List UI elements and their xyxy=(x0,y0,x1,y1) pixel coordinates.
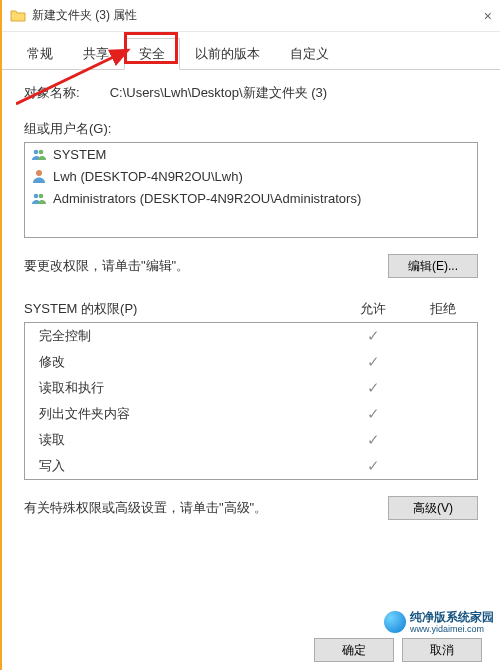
groups-listbox[interactable]: SYSTEMLwh (DESKTOP-4N9R2OU\Lwh)Administr… xyxy=(24,142,478,238)
permission-row: 读取和执行✓ xyxy=(25,375,477,401)
advanced-hint: 有关特殊权限或高级设置，请单击"高级"。 xyxy=(24,499,267,517)
svg-point-1 xyxy=(34,150,39,155)
object-label: 对象名称: xyxy=(24,84,80,102)
watermark-icon xyxy=(384,611,406,633)
tab-security[interactable]: 安全 xyxy=(124,38,180,70)
tab-previous[interactable]: 以前的版本 xyxy=(180,38,275,69)
folder-icon xyxy=(10,8,26,24)
permission-row: 列出文件夹内容✓ xyxy=(25,401,477,427)
watermark-url: www.yidaimei.com xyxy=(410,624,494,634)
list-item[interactable]: SYSTEM xyxy=(25,143,477,165)
allow-check-icon: ✓ xyxy=(341,379,405,397)
perm-header-deny: 拒绝 xyxy=(408,300,478,318)
list-item-label: Lwh (DESKTOP-4N9R2OU\Lwh) xyxy=(53,169,243,184)
user-icon xyxy=(31,168,47,184)
close-button[interactable]: × xyxy=(452,8,492,24)
allow-check-icon: ✓ xyxy=(341,431,405,449)
groups-label: 组或用户名(G): xyxy=(24,120,478,138)
permission-name: 列出文件夹内容 xyxy=(33,405,341,423)
permission-name: 写入 xyxy=(33,457,341,475)
permission-name: 完全控制 xyxy=(33,327,341,345)
list-item[interactable]: Lwh (DESKTOP-4N9R2OU\Lwh) xyxy=(25,165,477,187)
permission-name: 读取 xyxy=(33,431,341,449)
tab-general[interactable]: 常规 xyxy=(12,38,68,69)
permission-row: 写入✓ xyxy=(25,453,477,479)
permission-name: 修改 xyxy=(33,353,341,371)
edit-button[interactable]: 编辑(E)... xyxy=(388,254,478,278)
tabs: 常规 共享 安全 以前的版本 自定义 xyxy=(2,32,500,70)
svg-point-5 xyxy=(39,194,44,199)
titlebar: 新建文件夹 (3) 属性 × xyxy=(2,0,500,32)
dialog-footer: 确定 取消 xyxy=(314,638,482,662)
permissions-listbox: 完全控制✓修改✓读取和执行✓列出文件夹内容✓读取✓写入✓ xyxy=(24,322,478,480)
edit-hint: 要更改权限，请单击"编辑"。 xyxy=(24,257,189,275)
tab-custom[interactable]: 自定义 xyxy=(275,38,344,69)
permission-row: 完全控制✓ xyxy=(25,323,477,349)
group-icon xyxy=(31,146,47,162)
tab-sharing[interactable]: 共享 xyxy=(68,38,124,69)
permission-row: 读取✓ xyxy=(25,427,477,453)
permission-row: 修改✓ xyxy=(25,349,477,375)
list-item-label: Administrators (DESKTOP-4N9R2OU\Administ… xyxy=(53,191,361,206)
svg-point-4 xyxy=(34,194,39,199)
list-item[interactable]: Administrators (DESKTOP-4N9R2OU\Administ… xyxy=(25,187,477,209)
ok-button[interactable]: 确定 xyxy=(314,638,394,662)
svg-point-3 xyxy=(36,170,42,176)
list-item-label: SYSTEM xyxy=(53,147,106,162)
permission-name: 读取和执行 xyxy=(33,379,341,397)
group-icon xyxy=(31,190,47,206)
cancel-button[interactable]: 取消 xyxy=(402,638,482,662)
allow-check-icon: ✓ xyxy=(341,457,405,475)
svg-point-2 xyxy=(39,150,44,155)
watermark: 纯净版系统家园 www.yidaimei.com xyxy=(384,611,494,634)
allow-check-icon: ✓ xyxy=(341,327,405,345)
perm-header-allow: 允许 xyxy=(338,300,408,318)
window-title: 新建文件夹 (3) 属性 xyxy=(32,7,452,24)
object-path: C:\Users\Lwh\Desktop\新建文件夹 (3) xyxy=(110,84,327,102)
perm-header-name: SYSTEM 的权限(P) xyxy=(24,300,338,318)
allow-check-icon: ✓ xyxy=(341,405,405,423)
allow-check-icon: ✓ xyxy=(341,353,405,371)
watermark-name: 纯净版系统家园 xyxy=(410,611,494,624)
advanced-button[interactable]: 高级(V) xyxy=(388,496,478,520)
